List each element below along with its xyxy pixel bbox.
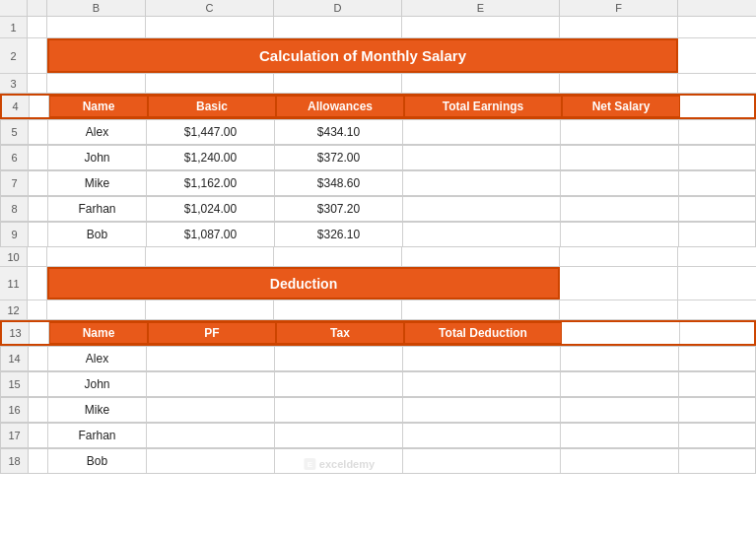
row-2: 2 Calculation of Monthly Salary [0, 38, 756, 74]
spreadsheet: B C D E F 1 2 Calculation [0, 0, 756, 533]
cell-d15 [275, 372, 403, 396]
cell-f9 [561, 223, 679, 246]
cell-c5: $1,447.00 [147, 120, 275, 144]
cell-f15 [561, 372, 679, 396]
deduction-header-pf: PF [148, 322, 276, 344]
row-4: 4 Name Basic Allowances Total Earnings N… [0, 94, 756, 119]
col-header-b: B [47, 0, 146, 16]
cell-e7 [403, 171, 561, 195]
cell-f16 [561, 398, 679, 422]
main-title-cell: Calculation of Monthly Salary [47, 38, 678, 73]
rownum-4: 4 [2, 96, 30, 117]
cell-e9 [403, 223, 561, 246]
cell-c1 [146, 17, 274, 37]
cell-f1 [560, 17, 678, 37]
corner-cell [0, 0, 28, 16]
cell-d17 [275, 424, 403, 447]
earnings-header-basic: Basic [148, 96, 276, 117]
cell-a2 [28, 38, 47, 73]
cell-c16 [147, 398, 275, 422]
cell-c18 [147, 449, 275, 473]
cell-e18 [403, 449, 561, 473]
col-header-f: F [560, 0, 678, 16]
rownum-10: 10 [0, 247, 28, 266]
row-15: 15 John [0, 371, 756, 397]
row-16: 16 Mike [0, 397, 756, 423]
row-17: 17 Farhan [0, 423, 756, 448]
cell-b3 [47, 74, 146, 93]
cell-f8 [561, 197, 679, 221]
row-14: 14 Alex [0, 346, 756, 371]
col-header-d: D [274, 0, 402, 16]
rownum-14: 14 [1, 347, 29, 370]
cell-a9 [29, 223, 48, 246]
cell-d14 [275, 347, 403, 370]
cell-f12 [560, 300, 678, 319]
cell-e16 [403, 398, 561, 422]
cell-b16: Mike [48, 398, 147, 422]
svg-text:E: E [307, 460, 312, 469]
rownum-17: 17 [1, 424, 29, 447]
row-1: 1 [0, 17, 756, 38]
cell-b10 [47, 247, 146, 266]
cell-b18: Bob [48, 449, 147, 473]
cell-f5 [561, 120, 679, 144]
cell-f17 [561, 424, 679, 447]
row-12: 12 [0, 300, 756, 320]
cell-a1 [28, 17, 47, 37]
cell-a14 [29, 347, 48, 370]
cell-a4 [30, 96, 49, 117]
cell-b6: John [48, 146, 147, 169]
cell-d8: $307.20 [275, 197, 403, 221]
rownum-7: 7 [1, 171, 29, 195]
cell-f11 [560, 267, 678, 300]
row-7: 7 Mike $1,162.00 $348.60 [0, 170, 756, 196]
deduction-title-cell: Deduction [47, 267, 560, 300]
col-header-c: C [146, 0, 274, 16]
cell-f3 [560, 74, 678, 93]
row-8: 8 Farhan $1,024.00 $307.20 [0, 196, 756, 222]
cell-b12 [47, 300, 146, 319]
cell-e15 [403, 372, 561, 396]
cell-a17 [29, 424, 48, 447]
cell-e3 [402, 74, 560, 93]
rownum-5: 5 [1, 120, 29, 144]
cell-d1 [274, 17, 402, 37]
row-5: 5 Alex $1,447.00 $434.10 [0, 119, 756, 145]
rownum-2: 2 [0, 38, 28, 73]
cell-a6 [29, 146, 48, 169]
earnings-header-allowances: Allowances [276, 96, 404, 117]
col-header-e: E [402, 0, 560, 16]
cell-c8: $1,024.00 [147, 197, 275, 221]
row-6: 6 John $1,240.00 $372.00 [0, 145, 756, 170]
cell-e6 [403, 146, 561, 169]
cell-b17: Farhan [48, 424, 147, 447]
cell-b8: Farhan [48, 197, 147, 221]
cell-f13 [562, 322, 680, 344]
cell-d16 [275, 398, 403, 422]
cell-d18: E exceldemy [275, 449, 403, 473]
cell-d3 [274, 74, 402, 93]
cell-d9: $326.10 [275, 223, 403, 246]
cell-b5: Alex [48, 120, 147, 144]
cell-c7: $1,162.00 [147, 171, 275, 195]
cell-b14: Alex [48, 347, 147, 370]
col-header-a [28, 0, 47, 16]
cell-e1 [402, 17, 560, 37]
cell-a13 [30, 322, 49, 344]
rownum-18: 18 [1, 449, 29, 473]
grid-body: 1 2 Calculation of Monthly Salary 3 [0, 17, 756, 474]
row-13: 13 Name PF Tax Total Deduction [0, 320, 756, 346]
cell-f14 [561, 347, 679, 370]
cell-a3 [28, 74, 47, 93]
rownum-1: 1 [0, 17, 28, 37]
cell-a16 [29, 398, 48, 422]
cell-c6: $1,240.00 [147, 146, 275, 169]
deduction-header-name: Name [49, 322, 148, 344]
earnings-header-net: Net Salary [562, 96, 680, 117]
main-title-text: Calculation of Monthly Salary [259, 47, 466, 64]
cell-a12 [28, 300, 47, 319]
cell-d5: $434.10 [275, 120, 403, 144]
cell-d7: $348.60 [275, 171, 403, 195]
cell-e17 [403, 424, 561, 447]
